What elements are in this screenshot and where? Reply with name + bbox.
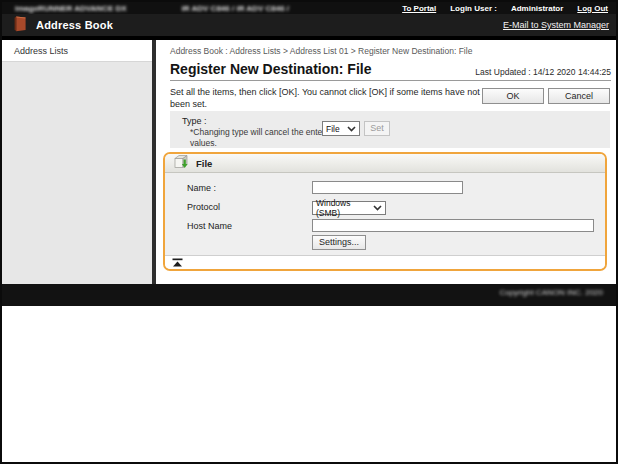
device-model: imageRUNNER ADVANCE DX (15, 4, 127, 13)
ok-button[interactable]: OK (482, 88, 544, 104)
host-name-input[interactable] (312, 219, 594, 232)
set-button[interactable]: Set (364, 121, 390, 136)
file-section-footer (165, 255, 605, 269)
title-rule (170, 80, 611, 81)
type-select[interactable]: File (322, 121, 360, 136)
protocol-select[interactable]: Windows (SMB) (312, 201, 386, 215)
sidebar-item-address-lists[interactable]: Address Lists (2, 40, 152, 62)
book-icon (13, 15, 28, 36)
device-status-bar: imageRUNNER ADVANCE DX iR ADV C846 / iR … (2, 2, 616, 14)
footer-bar: Copyright CANON INC. 2020 (2, 284, 616, 306)
last-updated: Last Updated : 14/12 2020 14:44:25 (475, 67, 611, 77)
app-title-bar: Address Book E-Mail to System Manager (2, 14, 616, 36)
sidebar: Address Lists (2, 40, 152, 284)
email-to-system-manager-link[interactable]: E-Mail to System Manager (503, 20, 609, 30)
log-out-link[interactable]: Log Out (577, 4, 608, 13)
protocol-label: Protocol (187, 202, 220, 212)
settings-button[interactable]: Settings... (312, 235, 366, 250)
file-section-title: File (196, 158, 212, 169)
chevron-down-icon (373, 203, 382, 213)
type-label: Type : (182, 116, 207, 126)
main-content: Address Book : Address Lists > Address L… (156, 40, 616, 284)
host-name-label: Host Name (187, 221, 232, 231)
instruction-text: Set all the items, then click [OK]. You … (170, 86, 484, 110)
sidebar-item-label: Address Lists (14, 46, 68, 56)
protocol-select-value: Windows (SMB) (316, 198, 373, 218)
login-user-value: Administrator (511, 4, 563, 13)
file-section: File Name : Protocol Windows (SMB) Host … (163, 152, 607, 271)
name-input[interactable] (312, 181, 463, 194)
back-to-top-icon[interactable] (172, 258, 183, 267)
remote-ui-window: imageRUNNER ADVANCE DX iR ADV C846 / iR … (0, 0, 618, 464)
cancel-button[interactable]: Cancel (548, 88, 610, 104)
device-name: iR ADV C846 / iR ADV C846 / (182, 4, 289, 13)
file-section-header: File (165, 154, 605, 173)
app-title: Address Book (36, 19, 113, 31)
type-section: Type : *Changing type will cancel the en… (170, 111, 610, 148)
page-body: Address Lists Address Book : Address Lis… (2, 40, 616, 284)
name-label: Name : (187, 183, 216, 193)
to-portal-link[interactable]: To Portal (402, 4, 436, 13)
chevron-down-icon (347, 124, 356, 134)
copyright: Copyright CANON INC. 2020 (499, 288, 603, 297)
type-select-value: File (326, 124, 340, 134)
file-box-icon (174, 154, 188, 173)
page-title: Register New Destination: File (170, 61, 371, 77)
login-user-label: Login User : (450, 4, 497, 13)
breadcrumb: Address Book : Address Lists > Address L… (170, 46, 472, 56)
